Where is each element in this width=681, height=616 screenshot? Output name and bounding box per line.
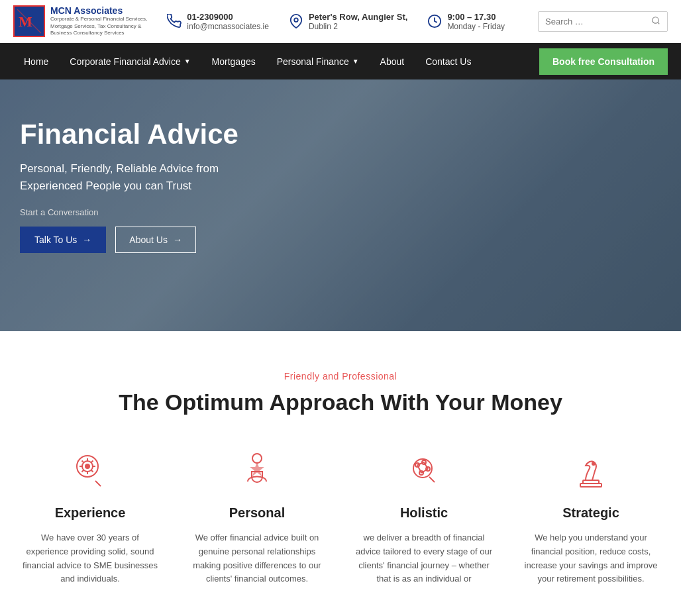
logo-icon: M xyxy=(13,5,45,37)
nav-item-contact[interactable]: Contact Us xyxy=(415,44,482,79)
nav-items: Home Corporate Financial Advice ▼ Mortga… xyxy=(13,44,539,79)
feature-experience-desc: We have over 30 years of experience prov… xyxy=(20,531,160,586)
search-icon xyxy=(651,16,660,25)
arrow-icon: → xyxy=(82,234,91,245)
hero-content: Financial Advice Personal, Friendly, Rel… xyxy=(20,119,238,253)
feature-strategic: Strategic We help you understand your fi… xyxy=(514,448,668,586)
top-bar: M MCN Associates Corporate & Personal Fi… xyxy=(0,0,681,43)
svg-point-25 xyxy=(592,462,595,465)
feature-personal-name: Personal xyxy=(229,505,285,521)
location-icon xyxy=(289,14,303,28)
personal-icon xyxy=(234,448,280,495)
feature-holistic: Holistic we deliver a breadth of financi… xyxy=(347,448,501,586)
svg-point-3 xyxy=(294,18,298,22)
feature-strategic-desc: We help you understand your financial po… xyxy=(521,531,661,586)
logo-text: MCN Associates Corporate & Personal Fina… xyxy=(50,5,147,36)
feature-holistic-name: Holistic xyxy=(400,505,448,521)
search-input[interactable] xyxy=(539,13,645,30)
experience-icon xyxy=(67,448,113,495)
clock-icon xyxy=(427,14,442,28)
features-grid: Experience We have over 30 years of expe… xyxy=(13,448,668,586)
address-details: Peter's Row, Aungier St, Dublin 2 xyxy=(309,12,408,31)
svg-line-6 xyxy=(658,22,660,24)
phone-info: 01-2309000 info@mcnassociates.ie xyxy=(167,12,269,31)
strategic-icon xyxy=(568,448,614,495)
svg-point-10 xyxy=(85,464,89,468)
address-line2: Dublin 2 xyxy=(309,22,408,31)
phone-number: 01-2309000 xyxy=(187,12,269,22)
about-us-button[interactable]: About Us → xyxy=(115,227,196,253)
features-section: Friendly and Professional The Optimum Ap… xyxy=(0,331,681,613)
nav-item-home[interactable]: Home xyxy=(13,44,59,79)
svg-line-22 xyxy=(429,477,435,482)
hero-cta-label: Start a Conversation xyxy=(20,207,238,217)
address-info: Peter's Row, Aungier St, Dublin 2 xyxy=(289,12,408,31)
brand-tagline: Corporate & Personal Financial Services,… xyxy=(50,16,147,36)
logo[interactable]: M MCN Associates Corporate & Personal Fi… xyxy=(13,5,147,37)
talk-to-us-button[interactable]: Talk To Us → xyxy=(20,227,106,253)
hours-days: Monday - Friday xyxy=(447,22,505,31)
nav-item-about[interactable]: About xyxy=(370,44,415,79)
nav-item-corporate[interactable]: Corporate Financial Advice ▼ xyxy=(59,44,201,79)
svg-point-5 xyxy=(653,17,658,23)
search-button[interactable] xyxy=(645,12,667,31)
nav-item-personal-finance[interactable]: Personal Finance ▼ xyxy=(266,44,370,79)
nav-bar: Home Corporate Financial Advice ▼ Mortga… xyxy=(0,43,681,79)
hero-section: Financial Advice Personal, Friendly, Rel… xyxy=(0,79,681,331)
dropdown-arrow-2: ▼ xyxy=(352,58,359,65)
feature-holistic-desc: we deliver a breadth of financial advice… xyxy=(354,531,494,586)
features-tagline: Friendly and Professional xyxy=(13,371,668,382)
nav-item-mortgages[interactable]: Mortgages xyxy=(201,44,266,79)
feature-strategic-name: Strategic xyxy=(562,505,619,521)
hero-buttons: Talk To Us → About Us → xyxy=(20,227,238,253)
feature-experience: Experience We have over 30 years of expe… xyxy=(13,448,167,586)
dropdown-arrow: ▼ xyxy=(184,58,191,65)
svg-marker-12 xyxy=(252,464,262,474)
book-consultation-button[interactable]: Book free Consultation xyxy=(539,48,668,75)
feature-experience-name: Experience xyxy=(55,505,126,521)
hours-info: 9:00 – 17.30 Monday - Friday xyxy=(427,12,505,31)
feature-personal: Personal We offer financial advice built… xyxy=(180,448,334,586)
hero-subtitle: Personal, Friendly, Reliable Advice from… xyxy=(20,160,238,194)
phone-details: 01-2309000 info@mcnassociates.ie xyxy=(187,12,269,31)
holistic-icon xyxy=(401,448,447,495)
hero-title: Financial Advice xyxy=(20,119,238,150)
features-title: The Optimum Approach With Your Money xyxy=(13,389,668,415)
hours-details: 9:00 – 17.30 Monday - Friday xyxy=(447,12,505,31)
brand-name: MCN Associates xyxy=(50,5,147,16)
arrow-icon-2: → xyxy=(173,234,182,245)
search-area xyxy=(538,11,668,32)
svg-line-9 xyxy=(95,481,101,486)
feature-personal-desc: We offer financial advice built on genui… xyxy=(187,531,327,586)
svg-text:M: M xyxy=(19,13,32,30)
phone-email: info@mcnassociates.ie xyxy=(187,22,269,31)
address-line1: Peter's Row, Aungier St, xyxy=(309,12,408,22)
hours-time: 9:00 – 17.30 xyxy=(447,12,505,22)
phone-icon xyxy=(167,14,182,28)
